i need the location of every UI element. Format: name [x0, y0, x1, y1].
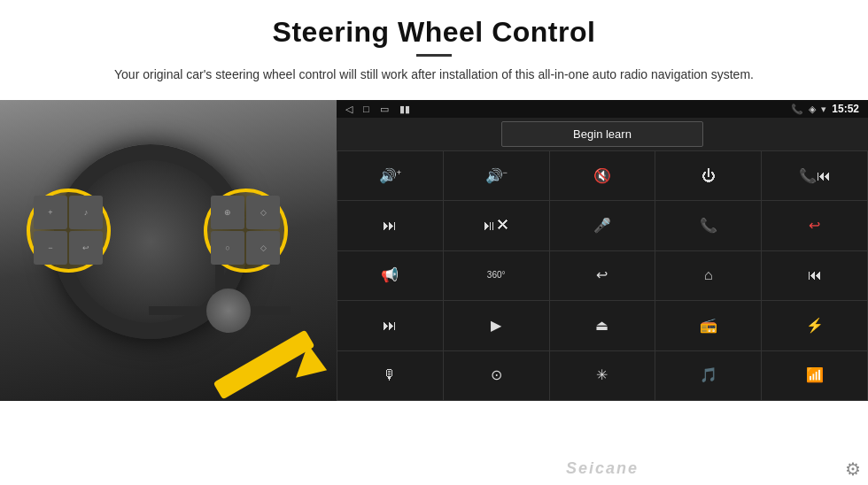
grid-cell-spectrum[interactable]: 📶	[762, 351, 867, 400]
speaker-icon: 📢	[381, 268, 399, 282]
grid-cell-radio[interactable]: 📻	[655, 301, 761, 350]
gear-settings-icon[interactable]: ⚙	[845, 458, 861, 480]
wheel-btn-diamond[interactable]: ◇	[246, 231, 280, 265]
microphone-icon: 🎤	[593, 219, 611, 233]
grid-cell-mute[interactable]: 🔇	[550, 151, 655, 200]
back-icon: ◁	[345, 104, 353, 115]
begin-learn-button[interactable]: Begin learn	[501, 121, 703, 147]
page-title: Steering Wheel Control	[53, 16, 815, 49]
power-icon: ⏻	[701, 169, 716, 183]
grid-cell-back[interactable]: ↩	[550, 251, 655, 300]
android-screen: ◁ □ ▭ ▮▮ 📞 ◈ ▾ 15:52 Begin learn	[337, 100, 868, 401]
grid-cell-bluetooth[interactable]: ✳	[550, 351, 655, 400]
location-icon: ◈	[809, 104, 816, 115]
grid-cell-volume-up[interactable]: 🔊+	[337, 151, 443, 200]
grid-cell-hangup[interactable]: ↩	[762, 201, 867, 250]
subtitle-text: Your original car's steering wheel contr…	[71, 65, 797, 84]
grid-cell-power[interactable]: ⏻	[655, 151, 761, 200]
fast-forward-icon: ⏭	[383, 319, 397, 333]
grid-cell-voice[interactable]: 🎙	[337, 351, 443, 400]
begin-learn-bar: Begin learn	[337, 118, 868, 150]
android-screen-wrapper: ◁ □ ▭ ▮▮ 📞 ◈ ▾ 15:52 Begin learn	[337, 100, 868, 485]
skip-back-icon: ⏮	[808, 268, 822, 282]
equalizer-icon: ⚡	[806, 319, 824, 333]
left-wheel-buttons: + ♪ − ↩	[34, 196, 103, 265]
grid-cell-playpause[interactable]: ⏯✕	[444, 201, 549, 250]
grid-cell-eject[interactable]: ⏏	[550, 301, 655, 350]
steering-wheel-image: + ♪ − ↩ ⊕ ◇ ○ ◇	[0, 100, 337, 401]
eject-icon: ⏏	[595, 319, 608, 333]
home-soft-icon: □	[363, 104, 369, 114]
grid-cell-music[interactable]: 🎵	[655, 351, 761, 400]
360-icon: 360°	[487, 271, 506, 280]
status-bar-right: 📞 ◈ ▾ 15:52	[791, 103, 859, 115]
prev-call-icon: 📞⏮	[799, 169, 831, 183]
grid-cell-fastfwd[interactable]: ⏭	[337, 301, 443, 350]
wheel-btn-return[interactable]: ↩	[69, 231, 103, 265]
radio-icon: 📻	[700, 319, 717, 333]
bluetooth-icon: ✳	[596, 368, 608, 382]
grid-cell-call[interactable]: 📞	[655, 201, 761, 250]
grid-cell-navigate[interactable]: ▶	[444, 301, 549, 350]
play-pause-icon: ⏯✕	[482, 219, 510, 233]
next-icon: ⏭	[383, 219, 397, 233]
spectrum-icon: 📶	[806, 368, 824, 382]
grid-cell-home[interactable]: ⌂	[655, 251, 761, 300]
phone-icon: 📞	[791, 104, 803, 115]
navigation-icon: ▶	[491, 319, 501, 333]
grid-cell-eq[interactable]: ⚡	[762, 301, 867, 350]
title-divider	[416, 54, 452, 57]
wheel-btn-plus[interactable]: +	[34, 196, 67, 229]
wheel-btn-src[interactable]: ⊕	[211, 196, 244, 229]
home-icon: ⌂	[704, 268, 713, 282]
hangup-icon: ↩	[809, 219, 820, 233]
status-bar-left: ◁ □ ▭ ▮▮	[345, 104, 410, 115]
right-wheel-buttons: ⊕ ◇ ○ ◇	[211, 196, 280, 265]
header-section: Steering Wheel Control Your original car…	[0, 0, 868, 93]
grid-cell-next[interactable]: ⏭	[337, 201, 443, 250]
wheel-btn-minus[interactable]: −	[34, 231, 67, 265]
music-icon: 🎵	[700, 368, 717, 382]
icon-grid: 🔊+ 🔊− 🔇 ⏻ 📞⏮ ⏭	[337, 150, 868, 401]
signal-icon: ▮▮	[399, 104, 410, 115]
content-section: + ♪ − ↩ ⊕ ◇ ○ ◇ ◁ □	[0, 100, 868, 485]
wheel-btn-arrow[interactable]: ◇	[246, 196, 280, 229]
mute-icon: 🔇	[593, 169, 611, 183]
settings2-icon: ⊙	[491, 368, 502, 382]
wifi-icon: ▾	[821, 104, 826, 115]
grid-cell-volume-down[interactable]: 🔊−	[444, 151, 549, 200]
recents-icon: ▭	[380, 104, 389, 115]
voice-icon: 🎙	[383, 368, 397, 382]
volume-up-icon: 🔊+	[379, 169, 401, 183]
status-bar: ◁ □ ▭ ▮▮ 📞 ◈ ▾ 15:52	[337, 100, 868, 118]
volume-down-icon: 🔊−	[485, 169, 508, 183]
back-nav-icon: ↩	[596, 268, 608, 282]
wheel-btn-circle[interactable]: ○	[211, 231, 244, 265]
grid-cell-speaker[interactable]: 📢	[337, 251, 443, 300]
grid-cell-prev-call[interactable]: 📞⏮	[762, 151, 867, 200]
page-container: Steering Wheel Control Your original car…	[0, 0, 868, 485]
grid-cell-skipback[interactable]: ⏮	[762, 251, 867, 300]
clock-display: 15:52	[832, 103, 859, 115]
wheel-btn-mode[interactable]: ♪	[69, 196, 103, 229]
grid-cell-360[interactable]: 360°	[444, 251, 549, 300]
call-icon: 📞	[700, 219, 717, 233]
grid-cell-mic[interactable]: 🎤	[550, 201, 655, 250]
seicane-watermark: Seicane	[566, 459, 639, 478]
wheel-center	[206, 289, 251, 333]
grid-cell-settings2[interactable]: ⊙	[444, 351, 549, 400]
